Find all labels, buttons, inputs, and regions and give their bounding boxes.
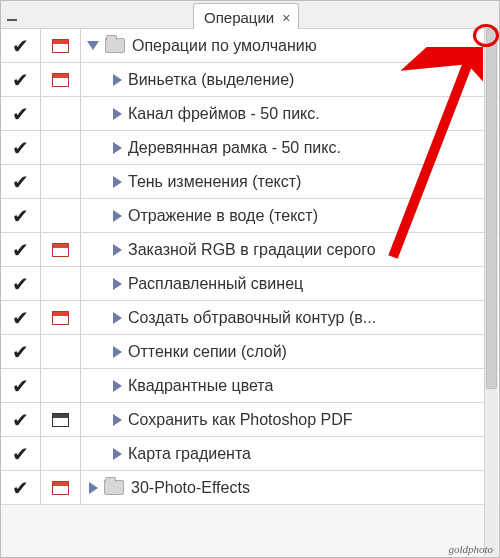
action-row[interactable]: ✔Заказной RGB в градации серого [1,233,499,267]
action-label: Карта градиента [128,445,251,463]
action-content: Оттенки сепии (слой) [81,335,499,368]
disclosure-closed-icon[interactable] [113,108,122,120]
action-set-label: 30-Photo-Effects [131,479,250,497]
minimize-button[interactable] [7,9,21,21]
checkmark-icon: ✔ [12,444,29,464]
dialog-toggle[interactable] [41,471,81,504]
toggle-checkbox[interactable]: ✔ [1,369,41,402]
action-content: Сохранить как Photoshop PDF [81,403,499,436]
disclosure-open-icon[interactable] [87,41,99,50]
tab-label: Операции [204,9,274,26]
checkmark-icon: ✔ [12,70,29,90]
dialog-icon [52,481,69,495]
disclosure-closed-icon[interactable] [113,278,122,290]
disclosure-closed-icon[interactable] [113,414,122,426]
action-content: Тень изменения (текст) [81,165,499,198]
action-label: Канал фреймов - 50 пикс. [128,105,320,123]
toggle-checkbox[interactable]: ✔ [1,335,41,368]
toggle-checkbox[interactable]: ✔ [1,63,41,96]
dialog-toggle[interactable] [41,233,81,266]
action-content: Деревянная рамка - 50 пикс. [81,131,499,164]
action-content: Карта градиента [81,437,499,470]
dialog-toggle[interactable] [41,369,81,402]
checkmark-icon: ✔ [12,240,29,260]
disclosure-closed-icon[interactable] [113,312,122,324]
action-label: Расплавленный свинец [128,275,303,293]
dialog-toggle[interactable] [41,267,81,300]
disclosure-closed-icon[interactable] [113,346,122,358]
dialog-toggle[interactable] [41,199,81,232]
dialog-toggle[interactable] [41,437,81,470]
dialog-toggle[interactable] [41,97,81,130]
checkmark-icon: ✔ [12,308,29,328]
dialog-toggle[interactable] [41,63,81,96]
checkmark-icon: ✔ [12,342,29,362]
action-row[interactable]: ✔Деревянная рамка - 50 пикс. [1,131,499,165]
dialog-toggle[interactable] [41,301,81,334]
toggle-checkbox[interactable]: ✔ [1,267,41,300]
action-row[interactable]: ✔Оттенки сепии (слой) [1,335,499,369]
checkmark-icon: ✔ [12,274,29,294]
disclosure-closed-icon[interactable] [113,244,122,256]
disclosure-closed-icon[interactable] [113,74,122,86]
action-row[interactable]: ✔Виньетка (выделение) [1,63,499,97]
dialog-toggle[interactable] [41,29,81,62]
action-row[interactable]: ✔Сохранить как Photoshop PDF [1,403,499,437]
actions-panel: Операции × ✔ Операции по умолчанию ✔Винь… [0,0,500,558]
scroll-thumb[interactable] [486,29,497,389]
dialog-toggle[interactable] [41,335,81,368]
close-tab-icon[interactable]: × [282,10,290,26]
toggle-checkbox[interactable]: ✔ [1,233,41,266]
action-set-row[interactable]: ✔ 30-Photo-Effects [1,471,499,505]
checkmark-icon: ✔ [12,36,29,56]
folder-icon [105,38,125,53]
action-row[interactable]: ✔Отражение в воде (текст) [1,199,499,233]
action-label: Создать обтравочный контур (в... [128,309,376,327]
action-label: Виньетка (выделение) [128,71,294,89]
toggle-checkbox[interactable]: ✔ [1,97,41,130]
disclosure-closed-icon[interactable] [89,482,98,494]
checkmark-icon: ✔ [12,172,29,192]
action-row[interactable]: ✔Канал фреймов - 50 пикс. [1,97,499,131]
vertical-scrollbar[interactable] [484,29,498,556]
action-content: Создать обтравочный контур (в... [81,301,499,334]
dialog-toggle[interactable] [41,131,81,164]
disclosure-closed-icon[interactable] [113,142,122,154]
action-row[interactable]: ✔Квадрантные цвета [1,369,499,403]
toggle-checkbox[interactable]: ✔ [1,471,41,504]
toggle-checkbox[interactable]: ✔ [1,29,41,62]
folder-icon [104,480,124,495]
action-content: Квадрантные цвета [81,369,499,402]
action-content: Виньетка (выделение) [81,63,499,96]
actions-list: ✔ Операции по умолчанию ✔Виньетка (выдел… [1,29,499,505]
dialog-icon [52,73,69,87]
dialog-toggle[interactable] [41,403,81,436]
disclosure-closed-icon[interactable] [113,210,122,222]
checkmark-icon: ✔ [12,478,29,498]
action-set-row[interactable]: ✔ Операции по умолчанию [1,29,499,63]
toggle-checkbox[interactable]: ✔ [1,403,41,436]
action-set-label: Операции по умолчанию [132,37,317,55]
toggle-checkbox[interactable]: ✔ [1,437,41,470]
action-row[interactable]: ✔Карта градиента [1,437,499,471]
panel-tab-actions[interactable]: Операции × [193,3,299,29]
watermark: goldphoto [448,543,493,555]
action-content: Канал фреймов - 50 пикс. [81,97,499,130]
toggle-checkbox[interactable]: ✔ [1,199,41,232]
disclosure-closed-icon[interactable] [113,448,122,460]
action-row[interactable]: ✔Создать обтравочный контур (в... [1,301,499,335]
checkmark-icon: ✔ [12,410,29,430]
toggle-checkbox[interactable]: ✔ [1,165,41,198]
dialog-toggle[interactable] [41,165,81,198]
title-bar: Операции × [1,1,499,29]
checkmark-icon: ✔ [12,376,29,396]
action-label: Деревянная рамка - 50 пикс. [128,139,341,157]
action-row[interactable]: ✔Расплавленный свинец [1,267,499,301]
toggle-checkbox[interactable]: ✔ [1,131,41,164]
toggle-checkbox[interactable]: ✔ [1,301,41,334]
action-row[interactable]: ✔Тень изменения (текст) [1,165,499,199]
checkmark-icon: ✔ [12,138,29,158]
disclosure-closed-icon[interactable] [113,380,122,392]
disclosure-closed-icon[interactable] [113,176,122,188]
dialog-icon [52,39,69,53]
